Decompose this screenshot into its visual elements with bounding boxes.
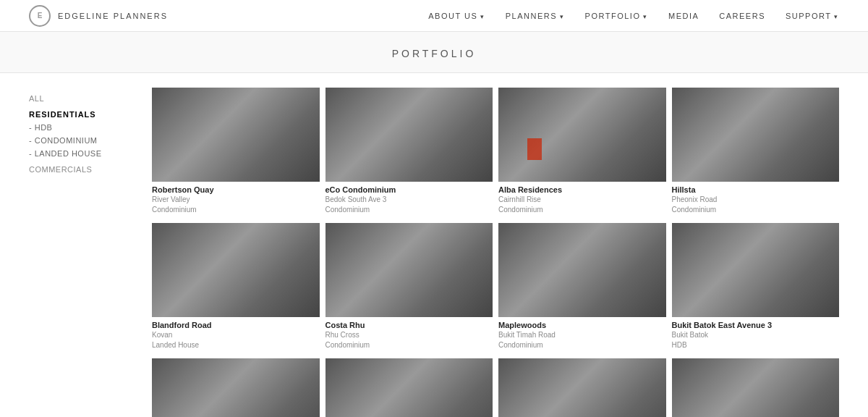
thumbnail-image [326, 358, 493, 417]
sidebar-commercials[interactable]: COMMERCIALS [29, 163, 130, 176]
grid-item-title: Hillsta [672, 185, 840, 194]
grid-item[interactable] [152, 358, 320, 417]
grid-item[interactable] [672, 358, 840, 417]
logo-icon: E [29, 5, 51, 27]
thumbnail-image [672, 358, 840, 417]
grid-item-subtitle: River Valley Condominium [152, 195, 320, 215]
thumbnail-image [672, 88, 840, 182]
main-content: ALL RESIDENTIALS - HDB - CONDOMINIUM - L… [0, 73, 868, 417]
grid-item-subtitle: Kovan Landed House [152, 330, 320, 350]
portfolio-title: PORTFOLIO [0, 48, 868, 59]
thumbnail-image [152, 88, 320, 182]
grid-item[interactable] [326, 358, 493, 417]
grid-row-3 [152, 358, 839, 417]
grid-item[interactable]: Robertson QuayRiver Valley Condominium [152, 88, 320, 217]
grid-item-title: Maplewoods [498, 321, 666, 329]
grid-thumbnail [672, 223, 840, 317]
grid-item[interactable] [498, 358, 666, 417]
grid-thumbnail [672, 358, 840, 417]
thumbnail-image [152, 358, 320, 417]
grid-item[interactable]: Alba ResidencesCairnhill Rise Condominiu… [498, 88, 666, 217]
grid-item-subtitle: Pheonix Road Condominium [672, 195, 840, 215]
grid-row-2: Blandford RoadKovan Landed HouseCosta Rh… [152, 223, 839, 353]
grid-thumbnail [498, 223, 666, 317]
logo-circle-text: E [38, 12, 43, 20]
grid-item-subtitle: Bukit Batok HDB [672, 330, 840, 350]
logo[interactable]: E EDGELINE PLANNERS [29, 5, 168, 27]
grid-item-info: MaplewoodsBukit Timah Road Condominium [498, 317, 666, 353]
navigation: E EDGELINE PLANNERS ABOUT USPLANNERSPORT… [0, 0, 868, 32]
thumbnail-image [152, 223, 320, 317]
grid-thumbnail [326, 223, 493, 317]
grid-thumbnail [498, 88, 666, 182]
grid-item-info: eCo CondominiumBedok South Ave 3 Condomi… [326, 182, 493, 217]
nav-item-media[interactable]: MEDIA [668, 10, 699, 21]
grid-thumbnail [672, 88, 840, 182]
thumbnail-image [498, 88, 666, 182]
brand-name: EDGELINE PLANNERS [58, 12, 168, 20]
grid-item-info: Robertson QuayRiver Valley Condominium [152, 182, 320, 217]
thumbnail-image [498, 358, 666, 417]
grid-item-title: eCo Condominium [326, 185, 493, 194]
thumbnail-image [326, 88, 493, 182]
grid-item-title: Costa Rhu [326, 321, 493, 329]
portfolio-header: PORTFOLIO [0, 32, 868, 73]
grid-thumbnail [498, 358, 666, 417]
grid-item-info: Bukit Batok East Avenue 3Bukit Batok HDB [672, 317, 840, 353]
grid-thumbnail [326, 358, 493, 417]
grid-item-title: Alba Residences [498, 185, 666, 194]
sidebar-hdb[interactable]: - HDB [29, 121, 130, 134]
grid-item-subtitle: Bukit Timah Road Condominium [498, 330, 666, 350]
nav-item-support[interactable]: SUPPORT [786, 10, 839, 21]
sidebar-residentials[interactable]: RESIDENTIALS [29, 108, 130, 121]
sidebar-condominium[interactable]: - CONDOMINIUM [29, 134, 130, 147]
sidebar-all[interactable]: ALL [29, 92, 130, 105]
sidebar-landed-house[interactable]: - LANDED HOUSE [29, 147, 130, 160]
nav-item-about-us[interactable]: ABOUT US [428, 10, 485, 21]
grid-item-info: Costa RhuRhu Cross Condominium [326, 317, 493, 353]
portfolio-grid: Robertson QuayRiver Valley CondominiumeC… [152, 88, 839, 417]
thumbnail-image [326, 223, 493, 317]
grid-item[interactable]: Costa RhuRhu Cross Condominium [326, 223, 493, 353]
nav-item-planners[interactable]: PLANNERS [506, 10, 565, 21]
thumbnail-image [672, 223, 840, 317]
grid-item[interactable]: Blandford RoadKovan Landed House [152, 223, 320, 353]
grid-item-subtitle: Rhu Cross Condominium [326, 330, 493, 350]
grid-item[interactable]: Bukit Batok East Avenue 3Bukit Batok HDB [672, 223, 840, 353]
grid-item-title: Bukit Batok East Avenue 3 [672, 321, 840, 329]
grid-thumbnail [152, 88, 320, 182]
thumbnail-image [498, 223, 666, 317]
grid-thumbnail [152, 223, 320, 317]
grid-item[interactable]: MaplewoodsBukit Timah Road Condominium [498, 223, 666, 353]
nav-links: ABOUT USPLANNERSPORTFOLIOMEDIACAREERSSUP… [428, 10, 839, 21]
grid-item-subtitle: Cairnhill Rise Condominium [498, 195, 666, 215]
nav-item-careers[interactable]: CAREERS [719, 10, 765, 21]
grid-row-1: Robertson QuayRiver Valley CondominiumeC… [152, 88, 839, 217]
grid-item[interactable]: HillstaPheonix Road Condominium [672, 88, 840, 217]
grid-thumbnail [152, 358, 320, 417]
grid-item-subtitle: Bedok South Ave 3 Condominium [326, 195, 493, 215]
grid-item-info: HillstaPheonix Road Condominium [672, 182, 840, 217]
grid-item-title: Robertson Quay [152, 185, 320, 194]
grid-item-info: Blandford RoadKovan Landed House [152, 317, 320, 353]
grid-item[interactable]: eCo CondominiumBedok South Ave 3 Condomi… [326, 88, 493, 217]
grid-item-info: Alba ResidencesCairnhill Rise Condominiu… [498, 182, 666, 217]
grid-thumbnail [326, 88, 493, 182]
sidebar: ALL RESIDENTIALS - HDB - CONDOMINIUM - L… [29, 88, 130, 417]
grid-item-title: Blandford Road [152, 321, 320, 329]
nav-item-portfolio[interactable]: PORTFOLIO [585, 10, 648, 21]
